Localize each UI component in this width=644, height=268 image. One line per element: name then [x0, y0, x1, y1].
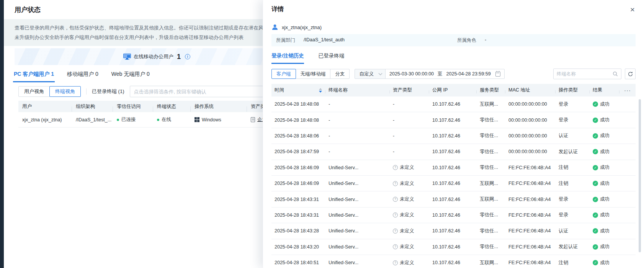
- table-row[interactable]: 2025-04-28 18:46:09 Unified-Serv... ? 未定…: [271, 176, 636, 191]
- cell-result: ✓ 成功: [590, 132, 619, 139]
- result-text: 成功: [600, 228, 610, 234]
- cell-result: ✓ 成功: [590, 260, 619, 266]
- tab-pc-client-users[interactable]: PC 客户端用户 1: [13, 71, 55, 82]
- cell-mac-address: 00:00:00:00:00:00: [505, 118, 556, 123]
- app-edge-strip: [0, 0, 4, 268]
- details-drawer: 详情 × xjx_ztna(xjx_ztna) 所属部门 /IDaaS_1/te…: [263, 0, 644, 268]
- filter-client-button[interactable]: 客户端: [271, 69, 296, 79]
- question-icon: ?: [393, 260, 398, 265]
- success-check-icon: ✓: [593, 101, 598, 107]
- filter-branch-button[interactable]: 分支: [330, 69, 350, 79]
- asset-type-text: 未定义: [400, 228, 414, 234]
- cell-operation-type: 登录: [556, 101, 590, 108]
- tab-logged-terminals[interactable]: 已登录终端: [319, 52, 345, 64]
- document-icon: [251, 117, 255, 122]
- cell-public-ip: 10.107.62.46: [429, 101, 477, 107]
- role-group: 所属角色 -: [457, 37, 486, 44]
- table-row[interactable]: 2025-04-28 18:43:31 Unified-Serv... ? 未定…: [271, 191, 636, 207]
- table-row[interactable]: 2025-04-28 18:47:59 - ? - 10.107.62.46 零…: [271, 144, 636, 160]
- refresh-button[interactable]: [625, 69, 636, 79]
- cell-service-type: 零信任...: [477, 149, 505, 155]
- col-time-label: 时间: [275, 87, 284, 93]
- info-icon[interactable]: i: [185, 54, 190, 59]
- cell-time: 2025-04-28 18:46:09: [271, 165, 325, 170]
- success-check-icon: ✓: [593, 181, 598, 186]
- column-settings-icon[interactable]: ···: [624, 87, 631, 93]
- cell-terminal-name: -: [325, 118, 390, 123]
- cell-public-ip: 10.107.62.46: [429, 133, 477, 139]
- sort-icon[interactable]: [319, 88, 322, 93]
- cell-operation-type: 登录: [556, 117, 590, 123]
- cell-terminal-name: Unified-Serv...: [325, 228, 390, 234]
- table-row[interactable]: 2025-04-28 18:43:31 Unified-Serv... ? 未定…: [271, 208, 636, 223]
- col-ztna-access: 零信任访问: [113, 103, 153, 110]
- close-icon[interactable]: ×: [630, 6, 635, 13]
- result-text: 成功: [600, 164, 610, 171]
- col-terminal-name: 终端名称: [325, 87, 390, 93]
- table-row[interactable]: 2025-04-28 18:48:08 - ? - 10.107.62.46 互…: [271, 96, 636, 112]
- cell-service-type: 互联网...: [477, 260, 505, 266]
- success-check-icon: ✓: [593, 197, 598, 202]
- cell-mac-address: FE:FC:FE:06:4B:A4: [505, 260, 556, 265]
- cell-org: /IDaaS_1/test_...: [72, 117, 113, 123]
- cell-public-ip: 10.107.62.46: [429, 118, 477, 123]
- cell-terminal-name: Unified-Serv...: [325, 244, 390, 250]
- cell-operation-type: 登录: [556, 196, 590, 203]
- question-icon: ?: [393, 197, 398, 202]
- table-row[interactable]: 2025-04-28 18:48:06 - ? - 10.107.62.46 零…: [271, 128, 636, 144]
- cell-result: ✓ 成功: [590, 243, 619, 250]
- cell-service-type: 互联网...: [477, 180, 505, 187]
- terminal-search-input[interactable]: [557, 71, 613, 77]
- refresh-icon: [628, 71, 633, 77]
- cell-time: 2025-04-28 18:40:51: [271, 260, 325, 265]
- online-users-count: 1: [177, 53, 181, 61]
- filter-clientless-mobile-button[interactable]: 无端/移动端: [296, 69, 331, 79]
- table-row[interactable]: 2025-04-28 18:46:09 Unified-Serv... ? 未定…: [271, 160, 636, 176]
- search-icon[interactable]: [613, 71, 618, 77]
- date-range-picker[interactable]: 2025-03-30 00:00:00 至 2025-04-28 23:59:5…: [385, 69, 505, 79]
- cell-result: ✓ 成功: [590, 212, 619, 218]
- cell-mac-address: FE:FC:FE:06:4B:A4: [505, 165, 556, 170]
- cell-time: 2025-04-28 18:48:06: [271, 133, 325, 139]
- monitor-icon: [123, 54, 131, 60]
- cell-operation-type: 认证: [556, 132, 590, 139]
- table-row[interactable]: 2025-04-28 18:40:51 Unified-Serv... ? 未定…: [271, 255, 636, 268]
- range-type-select[interactable]: 自定义: [355, 69, 386, 79]
- cell-service-type: 零信任...: [477, 164, 505, 171]
- cell-os: Windows: [191, 117, 247, 123]
- terminal-view-button[interactable]: 终端视角: [49, 86, 81, 97]
- user-view-button[interactable]: 用户视角: [18, 86, 50, 97]
- user-info-bar: 所属部门 /IDaaS_1/test_auth 所属角色 -: [271, 34, 636, 46]
- tab-web-clientless-users[interactable]: Web 无端用户 0: [111, 71, 150, 82]
- table-row[interactable]: 2025-04-28 18:48:08 - ? - 10.107.62.46 零…: [271, 112, 636, 128]
- range-type-value: 自定义: [359, 71, 374, 77]
- online-status-dot: [157, 119, 159, 121]
- cell-mac-address: 00:00:00:00:00:00: [505, 101, 556, 107]
- tab-login-logout-history[interactable]: 登录/注销历史: [271, 52, 304, 64]
- question-icon: ?: [393, 181, 398, 186]
- cell-asset-type: ? -: [390, 149, 429, 154]
- cell-result: ✓ 成功: [590, 149, 619, 155]
- asset-type-text: -: [393, 133, 394, 139]
- cell-asset-type: ? 未定义: [390, 228, 429, 234]
- asset-type-text: -: [393, 118, 394, 123]
- history-table-header: 时间 终端名称 资产类型 公网 IP 服务类型 MAC 地址 操作类型 结果 ·…: [271, 84, 636, 96]
- cell-time: 2025-04-28 18:48:08: [271, 118, 325, 123]
- calendar-icon: [495, 72, 500, 77]
- cell-public-ip: 10.107.62.46: [429, 228, 477, 234]
- success-check-icon: ✓: [593, 118, 598, 123]
- tab-mobile-users[interactable]: 移动端用户 0: [66, 71, 99, 82]
- table-row[interactable]: 2025-04-28 18:43:28 Unified-Serv... ? 未定…: [271, 223, 636, 239]
- cell-time: 2025-04-28 18:43:31: [271, 212, 325, 218]
- result-text: 成功: [600, 212, 610, 218]
- logged-terminals-link[interactable]: 已登录终端 (1): [92, 88, 124, 95]
- cell-result: ✓ 成功: [590, 180, 619, 187]
- table-row[interactable]: 2025-04-28 18:43:20 Unified-Serv... ? 未定…: [271, 239, 636, 255]
- asset-type-text: -: [393, 101, 394, 107]
- cell-result: ✓ 成功: [590, 101, 619, 108]
- table-scrollbar[interactable]: [639, 99, 641, 252]
- cell-asset-type: ? 未定义: [390, 212, 429, 218]
- cell-operation-type: 注销: [556, 260, 590, 266]
- cell-result: ✓ 成功: [590, 117, 619, 123]
- drawer-header: 详情 ×: [263, 0, 644, 13]
